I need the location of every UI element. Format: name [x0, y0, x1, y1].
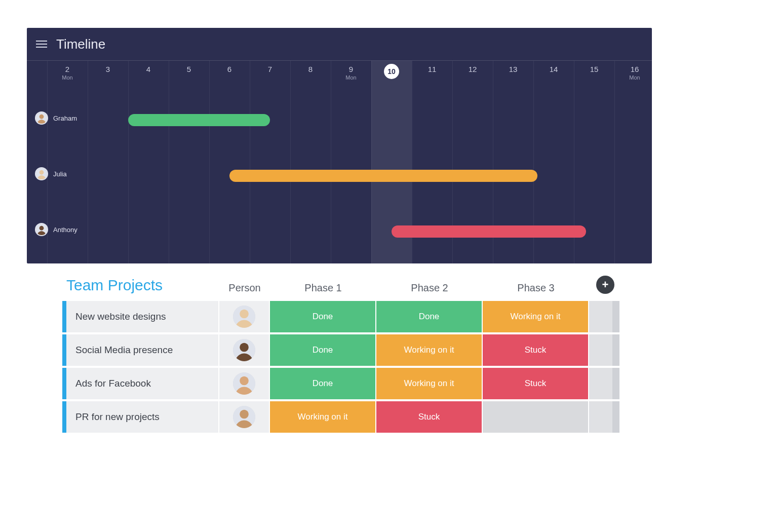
menu-icon[interactable]: [36, 39, 47, 50]
date-number: 8: [290, 65, 331, 73]
date-number: 11: [412, 65, 452, 73]
date-number: 5: [169, 65, 209, 73]
column-header-phase-3[interactable]: Phase 3: [483, 282, 589, 294]
avatar: [233, 339, 255, 361]
date-number: 9: [331, 65, 371, 73]
timeline-body[interactable]: 2Mon3456789Mon10111213141516Mon GrahamJu…: [27, 61, 652, 263]
date-cell[interactable]: 13: [493, 61, 533, 91]
add-column-button[interactable]: +: [596, 276, 614, 294]
row-accent: [62, 401, 66, 433]
date-cell[interactable]: 9Mon: [331, 61, 371, 91]
table-row: New website designsDoneDoneWorking on it: [62, 301, 619, 332]
row-tail: [589, 401, 619, 433]
date-number: 6: [209, 65, 250, 73]
task-name-cell[interactable]: PR for new projects: [66, 401, 219, 433]
date-cell[interactable]: 3: [88, 61, 128, 91]
date-dayofweek: Mon: [614, 74, 652, 81]
date-number: 4: [128, 65, 169, 73]
date-cell[interactable]: 6: [209, 61, 250, 91]
date-dayofweek: Mon: [331, 74, 371, 81]
date-cell[interactable]: 16Mon: [614, 61, 652, 91]
projects-title: Team Projects: [62, 277, 219, 294]
avatar: [233, 306, 255, 328]
timeline-bar[interactable]: [128, 114, 270, 126]
column-header-phase-1[interactable]: Phase 1: [270, 282, 376, 294]
date-cell[interactable]: 12: [452, 61, 493, 91]
status-cell[interactable]: Working on it: [483, 301, 589, 332]
avatar: [35, 167, 48, 180]
status-cell[interactable]: [483, 401, 589, 433]
timeline-row-name: Graham: [53, 115, 77, 122]
date-cell[interactable]: 11: [412, 61, 452, 91]
status-cell[interactable]: Stuck: [376, 401, 483, 433]
avatar: [35, 111, 48, 125]
timeline-row-person[interactable]: Julia: [35, 167, 67, 180]
date-number: 16: [614, 65, 652, 73]
timeline-rows: GrahamJuliaAnthony: [27, 91, 652, 263]
projects-header-row: Team Projects Person Phase 1 Phase 2 Pha…: [62, 276, 619, 301]
timeline-row-name: Julia: [53, 170, 67, 178]
date-cell[interactable]: 8: [290, 61, 331, 91]
row-accent: [62, 301, 66, 332]
table-row: Social Media presenceDoneWorking on itSt…: [62, 334, 619, 366]
person-cell[interactable]: [219, 401, 270, 433]
date-cell[interactable]: 14: [533, 61, 574, 91]
date-cell[interactable]: 4: [128, 61, 169, 91]
status-cell[interactable]: Stuck: [483, 368, 589, 399]
date-cell[interactable]: 15: [574, 61, 614, 91]
avatar: [233, 406, 255, 428]
date-number: 14: [533, 65, 574, 73]
avatar: [35, 223, 48, 236]
column-header-phase-2[interactable]: Phase 2: [376, 282, 483, 294]
task-name-cell[interactable]: Social Media presence: [66, 334, 219, 366]
person-cell[interactable]: [219, 301, 270, 332]
date-cell[interactable]: 2Mon: [47, 61, 88, 91]
timeline-row: Anthony: [27, 223, 652, 240]
svg-point-1: [40, 115, 44, 119]
column-header-person[interactable]: Person: [219, 282, 270, 294]
row-tail: [589, 301, 619, 332]
date-number: 12: [452, 65, 493, 73]
date-number: 2: [47, 65, 88, 73]
timeline-date-strip: 2Mon3456789Mon10111213141516Mon: [27, 61, 652, 91]
date-cell[interactable]: 5: [169, 61, 209, 91]
avatar: [233, 372, 255, 395]
timeline-row-person[interactable]: Graham: [35, 111, 77, 125]
svg-point-9: [240, 343, 249, 352]
date-dayofweek: Mon: [47, 74, 88, 81]
row-accent: [62, 334, 66, 366]
timeline-row-person[interactable]: Anthony: [35, 223, 77, 236]
date-number: 13: [493, 65, 533, 73]
task-name-cell[interactable]: Ads for Facebook: [66, 368, 219, 399]
svg-point-3: [40, 170, 44, 175]
date-number: 15: [574, 65, 614, 73]
timeline-row: Graham: [27, 111, 652, 129]
person-cell[interactable]: [219, 334, 270, 366]
date-number: 3: [88, 65, 128, 73]
timeline-row: Julia: [27, 167, 652, 184]
row-tail: [589, 368, 619, 399]
task-name-cell[interactable]: New website designs: [66, 301, 219, 332]
status-cell[interactable]: Done: [376, 301, 483, 332]
timeline-panel: Timeline 2Mon3456789Mon10111213141516Mon…: [27, 28, 652, 263]
svg-point-7: [240, 310, 249, 319]
status-cell[interactable]: Done: [270, 334, 376, 366]
projects-table: Team Projects Person Phase 1 Phase 2 Pha…: [62, 276, 619, 433]
table-row: PR for new projectsWorking on itStuck: [62, 401, 619, 433]
status-cell[interactable]: Working on it: [376, 368, 483, 399]
timeline-row-name: Anthony: [53, 226, 77, 234]
person-cell[interactable]: [219, 368, 270, 399]
status-cell[interactable]: Working on it: [270, 401, 376, 433]
timeline-bar[interactable]: [392, 225, 586, 238]
date-cell[interactable]: 10: [371, 61, 412, 91]
date-cell[interactable]: 7: [250, 61, 290, 91]
timeline-header: Timeline: [27, 28, 652, 61]
status-cell[interactable]: Done: [270, 301, 376, 332]
status-cell[interactable]: Working on it: [376, 334, 483, 366]
status-cell[interactable]: Stuck: [483, 334, 589, 366]
svg-point-5: [40, 226, 44, 231]
today-badge: 10: [384, 64, 399, 79]
status-cell[interactable]: Done: [270, 368, 376, 399]
svg-point-11: [240, 376, 249, 386]
timeline-bar[interactable]: [229, 170, 537, 182]
